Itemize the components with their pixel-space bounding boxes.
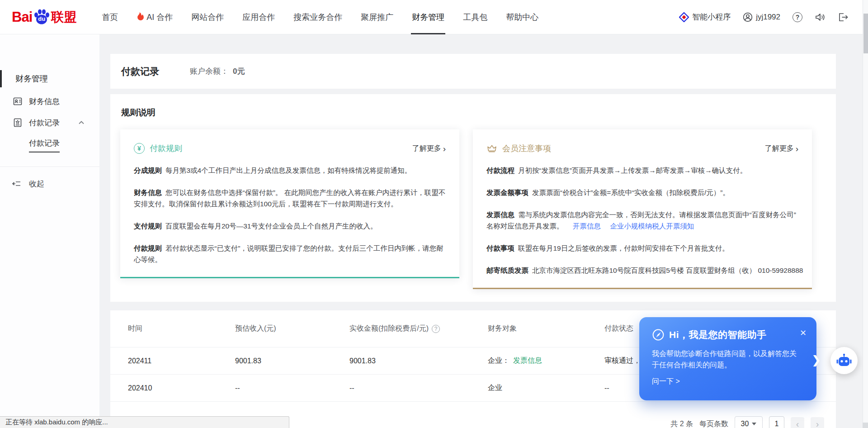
sidebar-item-finance-info[interactable]: 财务信息: [0, 95, 99, 108]
status-text: 正在等待 xlab.baidu.com 的响应...: [5, 418, 108, 427]
rule-item: 发票信息需与系统内发票信息内容完全一致，否则无法支付。请根据发票信息页面中“百度…: [486, 209, 798, 232]
rule-item: 付款事项联盟在每月19日之后签收的发票，付款时间安排在下个月首批支付。: [486, 243, 798, 254]
nav-item-app[interactable]: 应用合作: [242, 0, 275, 34]
assistant-title: Hi，我是您的智能助手: [669, 328, 767, 341]
sidebar-divider: [0, 166, 99, 167]
popup-next-arrow-icon[interactable]: ❯: [811, 353, 821, 366]
username: jyj1992: [756, 13, 780, 22]
baidu-paw-icon: du: [33, 9, 51, 26]
small-taxpayer-invoice-guide-link[interactable]: 企业小规模纳税人开票须知: [610, 222, 694, 230]
sidebar: 财务管理 财务信息 付款记录: [0, 34, 99, 428]
user-account[interactable]: jyj1992: [743, 12, 780, 22]
close-icon[interactable]: ✕: [800, 328, 807, 338]
caret-down-icon: [752, 423, 756, 425]
payment-records-icon: [13, 118, 23, 128]
total-count: 共 2 条: [670, 419, 693, 428]
nav-item-website[interactable]: 网站合作: [191, 0, 224, 34]
collapse-arrow-icon: [12, 179, 22, 189]
assistant-message: 我会帮助您诊断合作链路问题，以及解答您关于任何合作相关的问题。: [652, 348, 803, 371]
payment-rules-more-link[interactable]: 了解更多 ›: [412, 144, 446, 153]
per-page-label: 每页条数: [699, 419, 728, 428]
cell-estimated: 9001.83: [235, 357, 349, 365]
browser-status-bar: 正在等待 xlab.baidu.com 的响应...: [0, 416, 289, 428]
page-number[interactable]: 1: [769, 416, 784, 428]
rule-item: 财务信息您可以在财务信息中选择“保留付款”。 在此期间您产生的收入将在账户内进行…: [134, 187, 446, 209]
nav-item-finance[interactable]: 财务管理: [412, 0, 444, 34]
cell-received: 9001.83: [349, 357, 488, 365]
nav-item-toolkit[interactable]: 工具包: [463, 0, 487, 34]
chevron-right-icon: ›: [796, 144, 798, 153]
rule-item: 分成规则每月第3或4个工作日产出上月分成信息及发票信息，如有特殊情况将提前通知。: [134, 165, 446, 176]
baidu-union-finance-page: Bai du 联盟 首页 AI 合作 网站合作: [0, 0, 868, 428]
scrollbar-corner: [863, 423, 868, 428]
page-title: 付款记录: [121, 65, 159, 78]
nav-item-screen-promo[interactable]: 聚屏推广: [361, 0, 393, 34]
rules-section: 规则说明 ¥ 付款规则 了解更多 › 分成规则每月第3或4个工作日产出上月分成信…: [110, 94, 836, 302]
mini-program-entry[interactable]: 智能小程序: [679, 12, 731, 22]
chevron-up-icon: [78, 119, 85, 126]
nav-item-search-biz[interactable]: 搜索业务合作: [293, 0, 342, 34]
rule-item: 付款流程月初按“发票信息”页面开具发票→上传发票→邮寄发票→审核→确认支付。: [486, 165, 798, 176]
member-notes-title: 会员注意事项: [502, 143, 551, 154]
top-nav-right: 智能小程序 jyj1992 ?: [679, 12, 848, 22]
member-notes-card: 会员注意事项 了解更多 › 付款流程月初按“发票信息”页面开具发票→上传发票→邮…: [473, 129, 812, 289]
cell-entity: 企业: [488, 383, 604, 393]
account-balance-value: 0元: [233, 66, 245, 76]
sound-icon[interactable]: [815, 12, 826, 22]
prev-page-button[interactable]: ‹: [791, 417, 804, 428]
vertical-scrollbar[interactable]: [863, 0, 868, 428]
rules-heading: 规则说明: [121, 107, 825, 119]
cell-time: 202410: [128, 384, 235, 392]
pagination: 共 2 条 每页条数 30 1 ‹ ›: [670, 416, 824, 428]
finance-info-icon: [13, 96, 23, 106]
sidebar-title: 财务管理: [0, 72, 99, 85]
mini-program-diamond-icon: [679, 12, 689, 22]
nav-item-home[interactable]: 首页: [102, 0, 118, 34]
baidu-union-logo[interactable]: Bai du 联盟: [12, 9, 76, 26]
rule-item: 发票金额事项发票票面“价税合计”金额=系统中“实收金额（扣除税费后/元）”。: [486, 187, 798, 198]
flame-icon: [137, 12, 144, 22]
invoice-info-link[interactable]: 开票信息: [573, 222, 601, 230]
col-header-finance-entity: 财务对象: [488, 324, 604, 333]
account-balance-label: 账户余额：: [190, 66, 228, 76]
logout-icon[interactable]: [838, 12, 848, 22]
per-page-select[interactable]: 30: [735, 416, 763, 428]
chevron-right-icon: ›: [443, 144, 446, 153]
help-icon[interactable]: ?: [793, 12, 802, 22]
col-header-received-amount: 实收金额(扣除税费后/元) ?: [349, 324, 488, 333]
col-header-time: 时间: [128, 324, 235, 333]
ask-now-link[interactable]: 问一下 >: [652, 377, 804, 386]
robot-icon: [836, 353, 852, 368]
payment-rules-card: ¥ 付款规则 了解更多 › 分成规则每月第3或4个工作日产出上月分成信息及发票信…: [120, 129, 459, 278]
cell-estimated: --: [235, 384, 349, 392]
nav-item-ai[interactable]: AI 合作: [137, 0, 173, 34]
sidebar-item-payment-records[interactable]: 付款记录: [0, 116, 99, 129]
cell-time: 202411: [128, 357, 235, 365]
next-page-button[interactable]: ›: [811, 417, 824, 428]
logo-text-du: du: [38, 15, 45, 22]
payment-rules-title: 付款规则: [150, 143, 182, 154]
main-menu: 首页 AI 合作 网站合作 应用合作 搜索业务合作 聚屏推广 财务管理 工具包 …: [102, 0, 538, 34]
scrollbar-thumb[interactable]: [863, 14, 868, 53]
page-header-card: 付款记录 账户余额： 0元: [110, 54, 836, 89]
assistant-chat-button[interactable]: [830, 347, 858, 374]
sidebar-subitem-payment-records[interactable]: 付款记录: [0, 139, 99, 152]
nav-item-help-center[interactable]: 帮助中心: [506, 0, 538, 34]
col-header-estimated-income: 预估收入(元): [235, 324, 349, 333]
invoice-info-row-link[interactable]: 发票信息: [513, 357, 542, 364]
compass-icon: [652, 328, 665, 341]
coin-yen-icon: ¥: [134, 143, 145, 154]
rule-item: 支付规则百度联盟会在每月20号—31号支付企业会员上个自然月产生的收入。: [134, 220, 446, 232]
user-icon: [743, 12, 753, 22]
cell-received: --: [349, 384, 488, 392]
question-circle-icon[interactable]: ?: [432, 325, 440, 333]
rule-item: 邮寄纸质发票北京市海淀区西北旺东路10号院百度科技园5号楼 百度联盟财务组（收）…: [486, 265, 798, 276]
top-nav: Bai du 联盟 首页 AI 合作 网站合作: [0, 0, 868, 34]
crown-icon: [486, 143, 497, 154]
rule-item: 付款规则若付款状态显示“已支付”，说明联盟已安排了您的付款。支付后三个工作日内到…: [134, 243, 446, 265]
logo-text-bai: Bai: [12, 9, 32, 25]
cell-entity: 企业：发票信息: [488, 356, 604, 366]
sidebar-collapse-button[interactable]: 收起: [0, 177, 99, 190]
assistant-popup: Hi，我是您的智能助手 ✕ 我会帮助您诊断合作链路问题，以及解答您关于任何合作相…: [639, 317, 816, 400]
member-notes-more-link[interactable]: 了解更多 ›: [765, 144, 798, 153]
